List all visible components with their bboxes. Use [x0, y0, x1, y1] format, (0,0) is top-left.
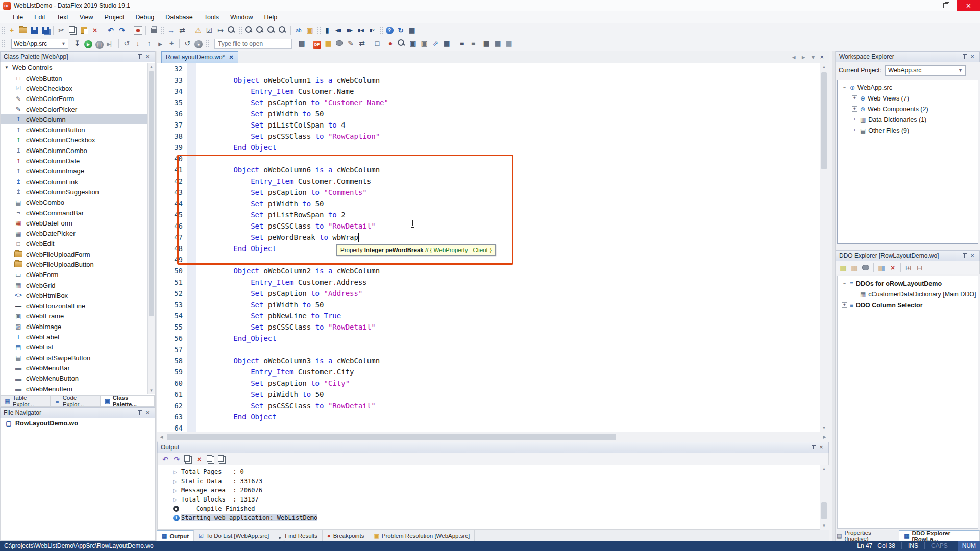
collapse-ddos-icon[interactable]: ⊟ — [914, 262, 925, 273]
tab-scroll-left-icon[interactable]: ◄ — [791, 54, 797, 60]
minimize-button[interactable] — [911, 0, 934, 11]
menu-tools[interactable]: Tools — [199, 12, 225, 23]
palette-item-cwebbutton[interactable]: □cWebButton — [1, 73, 155, 83]
table-export-icon[interactable]: ⇄ — [356, 38, 368, 49]
scroll-down-icon[interactable]: ▼ — [148, 387, 155, 394]
palette-item-cwebcolumnsuggestion[interactable]: ↥cWebColumnSuggestion — [1, 187, 155, 197]
expand-icon[interactable]: + — [852, 95, 857, 101]
menu-project[interactable]: Project — [99, 12, 130, 23]
workspace-tables-icon[interactable]: ▦ — [323, 38, 334, 49]
output-row[interactable]: ▷Total Pages : 0 — [158, 467, 828, 477]
output-vscrollbar[interactable]: ▲ ▼ — [820, 465, 829, 530]
file-item-rowlayoutdemo.wo[interactable]: ▢RowLayoutDemo.wo — [1, 418, 155, 429]
scroll-right-icon[interactable]: ▶ — [820, 433, 829, 441]
scroll-up-icon[interactable]: ▲ — [148, 63, 155, 71]
output-row[interactable]: ▷Message area : 206076 — [158, 486, 828, 495]
pin-icon[interactable] — [960, 252, 968, 259]
record-macro-icon[interactable] — [132, 24, 143, 36]
grid-alt-icon[interactable]: ▦ — [492, 38, 503, 49]
tree-item-web-views--7-[interactable]: +⊕Web Views (7) — [838, 93, 978, 104]
code-line[interactable]: 44 Set piWidth to 50 — [157, 198, 820, 209]
code-line[interactable]: 45 Set piListRowSpan to 2 — [157, 209, 820, 220]
menu-file[interactable]: File — [7, 12, 29, 23]
expand-icon[interactable]: ▷ — [173, 488, 181, 493]
debug-database-icon[interactable]: ● — [385, 38, 396, 49]
palette-root-web-controls[interactable]: ▼Web Controls — [1, 62, 155, 73]
tab-breakpoints[interactable]: ●Breakpoints — [323, 530, 369, 541]
code-line[interactable]: 56 End_Object — [157, 333, 820, 344]
code-line[interactable]: 63 End_Object — [157, 411, 820, 422]
goto-icon[interactable]: → — [165, 24, 177, 36]
tree-item-ddos-for-orowlayoutdemo[interactable]: −≡DDOs for oRowLayoutDemo — [838, 278, 978, 289]
output-row[interactable]: ▷Total Blocks : 13137 — [158, 495, 828, 504]
step-icon[interactable]: ▶▏ — [105, 38, 116, 49]
close-panel-icon[interactable]: × — [143, 409, 152, 416]
collapse-icon[interactable]: − — [842, 85, 847, 90]
expand-icon[interactable]: + — [852, 128, 857, 133]
table-icon[interactable]: ▦ — [406, 24, 418, 36]
scroll-up-icon[interactable]: ▲ — [820, 63, 828, 71]
output-copy-sel-icon[interactable] — [216, 454, 227, 465]
output-copy-all-icon[interactable] — [205, 454, 216, 465]
tab-table-explor---[interactable]: ▦Table Explor... — [1, 396, 51, 406]
code-line[interactable]: 62 Set psCSSClass to "RowDetail" — [157, 400, 820, 411]
palette-item-cwebform[interactable]: ▭cWebForm — [1, 270, 155, 280]
tab-properties--inactive-[interactable]: ▤Properties (Inactive) — [832, 530, 899, 541]
code-line[interactable]: 64 — [157, 422, 820, 432]
pin-icon[interactable] — [809, 444, 817, 451]
palette-item-cwebcolumndate[interactable]: ↥cWebColumnDate — [1, 156, 155, 166]
palette-item-cwebhtmlbox[interactable]: <>cWebHtmlBox — [1, 290, 155, 300]
menu-debug[interactable]: Debug — [130, 12, 160, 23]
export-icon[interactable]: ↦ — [215, 24, 226, 36]
palette-item-cwebhorizontalline[interactable]: —cWebHorizontalLine — [1, 301, 155, 311]
editor-vscrollbar[interactable]: ▲ ▼ — [820, 63, 829, 432]
toggle-bookmark-icon[interactable]: ▮ — [322, 24, 333, 36]
web-preview-icon[interactable]: ▣ — [407, 38, 419, 49]
warnings-icon[interactable]: ⚠ — [192, 24, 204, 36]
stop-icon[interactable]: ■ — [193, 39, 204, 50]
browse-database-icon[interactable] — [396, 38, 407, 49]
list-icon[interactable]: ≡ — [456, 38, 468, 49]
expand-icon[interactable]: ▷ — [173, 469, 181, 475]
pin-icon[interactable] — [135, 53, 143, 60]
palette-item-cwebiframe[interactable]: ▣cWebIFrame — [1, 311, 155, 321]
output-row[interactable]: ----Compile Finished---- — [158, 504, 828, 513]
code-line[interactable]: 37 Set piListColSpan to 4 — [157, 119, 820, 131]
code-line[interactable]: 51 Entry_Item Customer.Address — [157, 277, 820, 288]
palette-item-cwebdateform[interactable]: ▦cWebDateForm — [1, 218, 155, 228]
run-to-cursor-icon[interactable]: ▶ — [155, 39, 166, 50]
scroll-left-icon[interactable]: ◀ — [157, 433, 166, 441]
code-line[interactable]: 38 Set psCSSClass to "RowCaption" — [157, 131, 820, 142]
attach-icon[interactable]: + — [166, 38, 177, 49]
code-editor[interactable]: 3233 Object oWebColumn1 is a cWebColumn3… — [157, 63, 820, 432]
palette-item-cwebimage[interactable]: ▨cWebImage — [1, 321, 155, 332]
sync-icon[interactable]: ⇄ — [177, 24, 188, 36]
expand-icon[interactable]: ▷ — [173, 497, 181, 503]
palette-item-cweblabel[interactable]: TcWebLabel — [1, 332, 155, 342]
restore-button[interactable] — [934, 0, 957, 11]
step-out-icon[interactable]: ↑ — [143, 38, 155, 49]
palette-item-cwebgrid[interactable]: ▦cWebGrid — [1, 280, 155, 290]
tree-item-other-files--9-[interactable]: +▤Other Files (9) — [838, 125, 978, 136]
cut-icon[interactable]: ✂ — [56, 24, 67, 36]
save-icon[interactable] — [29, 24, 40, 36]
find-previous-icon[interactable] — [266, 24, 277, 36]
print-icon[interactable] — [148, 24, 159, 36]
close-document-icon[interactable]: × — [820, 55, 824, 60]
edit-table-icon[interactable]: ✎ — [345, 38, 356, 49]
tab-output[interactable]: ▦Output — [157, 530, 194, 541]
table-view-icon[interactable]: ▦ — [441, 38, 452, 49]
code-line[interactable]: 41 Object oWebColumn6 is a cWebColumn — [157, 164, 820, 176]
code-line[interactable]: 39 End_Object — [157, 142, 820, 153]
code-line[interactable]: 43 Set psCaption to "Comments" — [157, 187, 820, 198]
tab-scroll-right-icon[interactable]: ► — [801, 54, 806, 60]
code-line[interactable]: 57 — [157, 344, 820, 355]
palette-item-cwebmenuitem[interactable]: ▬cWebMenuItem — [1, 384, 155, 394]
save-all-icon[interactable] — [40, 24, 51, 36]
close-panel-icon[interactable]: × — [817, 444, 825, 451]
current-project-combo[interactable]: WebApp.src ▼ — [885, 65, 966, 76]
code-line[interactable]: 53 Set piWidth to 50 — [157, 299, 820, 310]
prev-bookmark-icon[interactable]: ◀▮ — [333, 24, 344, 36]
menu-window[interactable]: Window — [225, 12, 258, 23]
find-symbol-icon[interactable] — [226, 24, 237, 36]
